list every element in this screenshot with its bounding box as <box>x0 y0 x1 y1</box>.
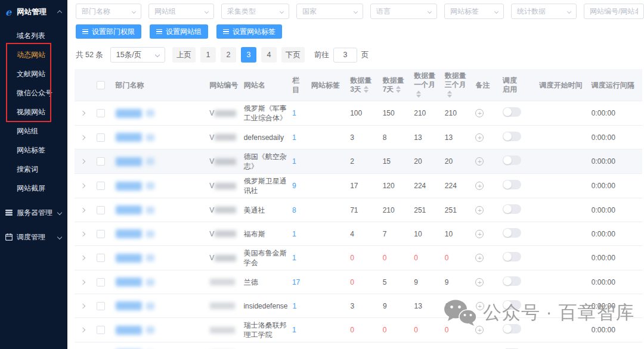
expand-row-icon[interactable] <box>80 303 85 308</box>
sidebar-item[interactable]: 网站截屏 <box>0 179 67 198</box>
site-tag-cell <box>309 135 348 140</box>
columns-count-link[interactable]: 9 <box>292 182 296 190</box>
column-header: 数据量 7天 <box>380 74 412 96</box>
columns-count-link[interactable]: 17 <box>292 278 300 286</box>
add-remark-icon[interactable]: + <box>475 157 484 166</box>
columns-count-link[interactable]: 1 <box>292 302 296 310</box>
sort-icon[interactable] <box>416 91 421 98</box>
expand-row-icon[interactable] <box>80 255 85 260</box>
sidebar-nav: 域名列表 动态网站 文献网站 微信公众号 视频网站 网站组 网站标签 搜索词 网… <box>0 26 67 247</box>
data-count-3m: 224 <box>445 182 457 190</box>
next-page-button[interactable]: 下页 <box>281 47 305 63</box>
row-checkbox[interactable] <box>97 206 105 214</box>
columns-count-link[interactable]: 1 <box>292 109 296 117</box>
filter-select[interactable]: 国家 <box>296 4 363 19</box>
expand-row-icon[interactable] <box>80 183 85 188</box>
columns-count-link[interactable]: 8 <box>292 206 296 214</box>
expand-row-icon[interactable] <box>80 135 85 139</box>
data-count-3d: 0 <box>350 278 354 286</box>
add-remark-icon[interactable]: + <box>475 326 484 334</box>
expand-row-icon[interactable] <box>80 231 85 236</box>
columns-count-link[interactable]: 1 <box>292 326 296 334</box>
sidebar-item-label: 搜索词 <box>17 164 38 174</box>
sidebar-item[interactable]: 动态网站 <box>0 45 67 64</box>
row-checkbox[interactable] <box>97 254 105 262</box>
goto-page-input[interactable] <box>333 48 357 63</box>
action-button[interactable]: 设置网站组 <box>150 24 208 39</box>
data-count-3m: 10 <box>445 230 453 238</box>
row-checkbox[interactable] <box>97 133 105 142</box>
expand-row-icon[interactable] <box>80 279 85 284</box>
schedule-enable-toggle[interactable] <box>503 324 521 334</box>
schedule-enable-toggle[interactable] <box>503 228 521 238</box>
add-remark-icon[interactable]: + <box>476 302 484 310</box>
row-checkbox[interactable] <box>97 230 105 238</box>
filter-select[interactable]: 部门名称 <box>76 4 141 19</box>
schedule-enable-toggle[interactable] <box>503 132 521 141</box>
sidebar-item[interactable]: 网站标签 <box>0 141 67 160</box>
sort-icon[interactable] <box>396 86 401 93</box>
sidebar-item[interactable]: 文献网站 <box>0 64 67 83</box>
action-button[interactable]: 设置网站标签 <box>216 24 282 39</box>
filter-select[interactable]: 采集类型 <box>221 4 289 19</box>
filter-select[interactable]: 网站标签 <box>444 4 504 19</box>
search-input[interactable] <box>584 4 644 19</box>
sidebar-item[interactable]: 微信公众号 <box>0 83 67 102</box>
add-remark-icon[interactable]: + <box>475 230 484 238</box>
add-remark-icon[interactable]: + <box>475 254 484 262</box>
add-remark-icon[interactable]: + <box>475 182 484 190</box>
row-checkbox[interactable] <box>97 157 105 166</box>
schedule-enable-toggle[interactable] <box>503 107 521 117</box>
sort-icon[interactable] <box>447 91 452 98</box>
expand-row-icon[interactable] <box>80 159 85 164</box>
expand-row-icon[interactable] <box>80 111 85 116</box>
action-button[interactable]: 设置部门权限 <box>76 24 141 39</box>
page-button[interactable]: 2 <box>221 47 236 63</box>
columns-count-link[interactable]: 1 <box>292 133 296 142</box>
page-button[interactable]: 1 <box>200 47 216 63</box>
filter-select[interactable]: 语言 <box>370 4 437 19</box>
add-remark-icon[interactable]: + <box>475 278 484 286</box>
columns-count-link[interactable]: 1 <box>292 230 296 238</box>
page-size-select[interactable]: 15条/页 <box>110 47 165 63</box>
schedule-enable-toggle[interactable] <box>503 276 521 286</box>
sidebar-item[interactable]: 视频网站 <box>0 102 67 121</box>
filter-select[interactable]: 网站组 <box>148 4 214 19</box>
prev-page-button[interactable]: 上页 <box>172 47 196 63</box>
page-button[interactable]: 3 <box>241 47 256 63</box>
row-checkbox[interactable] <box>97 182 105 190</box>
row-checkbox[interactable] <box>97 302 105 310</box>
row-checkbox[interactable] <box>97 109 105 117</box>
expand-row-icon[interactable] <box>80 207 85 212</box>
sidebar-item-label: 文献网站 <box>17 69 45 79</box>
row-checkbox[interactable] <box>97 326 105 334</box>
add-remark-icon[interactable]: + <box>475 133 484 142</box>
select-all-checkbox[interactable] <box>97 81 105 89</box>
data-count-3m: 0 <box>445 326 449 334</box>
schedule-enable-toggle[interactable] <box>503 204 521 214</box>
columns-count-link[interactable]: 1 <box>292 157 296 166</box>
schedule-enable-toggle[interactable] <box>503 252 521 261</box>
department-redacted <box>116 133 205 142</box>
sidebar-item[interactable]: 域名列表 <box>0 26 67 45</box>
row-checkbox[interactable] <box>97 278 105 286</box>
sidebar-item[interactable]: 调度管理 <box>0 228 67 247</box>
sidebar-item[interactable]: 网站组 <box>0 121 67 141</box>
add-remark-icon[interactable]: + <box>475 206 484 214</box>
site-number-redacted: V <box>209 229 239 239</box>
sort-icon[interactable] <box>364 86 369 93</box>
columns-count-link[interactable]: 1 <box>292 254 296 262</box>
sidebar-group-website-management[interactable]: e 网站管理 <box>0 0 67 24</box>
sidebar-item[interactable]: 服务器管理 <box>0 203 67 222</box>
expand-row-icon[interactable] <box>80 328 85 332</box>
sidebar-item[interactable]: 搜索词 <box>0 160 67 179</box>
schedule-enable-toggle[interactable] <box>503 300 521 310</box>
schedule-enable-toggle[interactable] <box>503 155 521 165</box>
site-tag-cell <box>309 328 348 332</box>
add-remark-icon[interactable]: + <box>475 109 484 117</box>
site-name: 俄罗斯卫星通讯社 <box>244 177 287 195</box>
page-button[interactable]: 4 <box>261 47 277 63</box>
data-count-1m: 13 <box>414 302 422 310</box>
filter-select[interactable]: 统计数据 <box>511 4 577 19</box>
schedule-enable-toggle[interactable] <box>503 180 521 189</box>
